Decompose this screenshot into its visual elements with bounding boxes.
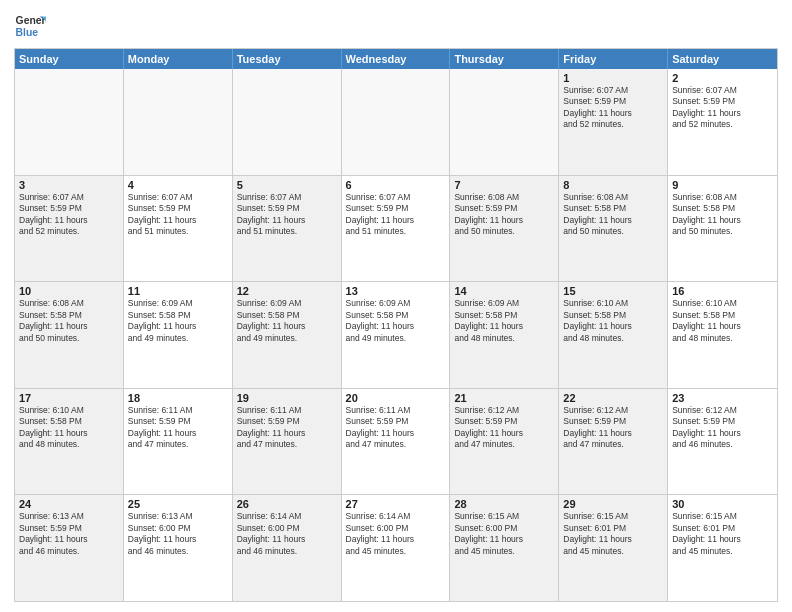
day-info: Sunrise: 6:07 AM Sunset: 5:59 PM Dayligh…: [563, 85, 663, 131]
weekday-header: Saturday: [668, 49, 777, 69]
day-number: 3: [19, 179, 119, 191]
day-info: Sunrise: 6:08 AM Sunset: 5:59 PM Dayligh…: [454, 192, 554, 238]
day-cell: 12Sunrise: 6:09 AM Sunset: 5:58 PM Dayli…: [233, 282, 342, 388]
empty-cell: [342, 69, 451, 175]
day-cell: 5Sunrise: 6:07 AM Sunset: 5:59 PM Daylig…: [233, 176, 342, 282]
day-number: 28: [454, 498, 554, 510]
day-info: Sunrise: 6:07 AM Sunset: 5:59 PM Dayligh…: [128, 192, 228, 238]
day-info: Sunrise: 6:09 AM Sunset: 5:58 PM Dayligh…: [454, 298, 554, 344]
day-info: Sunrise: 6:11 AM Sunset: 5:59 PM Dayligh…: [237, 405, 337, 451]
day-number: 4: [128, 179, 228, 191]
day-info: Sunrise: 6:09 AM Sunset: 5:58 PM Dayligh…: [237, 298, 337, 344]
day-number: 2: [672, 72, 773, 84]
day-number: 19: [237, 392, 337, 404]
day-cell: 24Sunrise: 6:13 AM Sunset: 5:59 PM Dayli…: [15, 495, 124, 601]
day-number: 21: [454, 392, 554, 404]
day-cell: 21Sunrise: 6:12 AM Sunset: 5:59 PM Dayli…: [450, 389, 559, 495]
svg-text:Blue: Blue: [16, 27, 39, 38]
day-number: 6: [346, 179, 446, 191]
day-number: 7: [454, 179, 554, 191]
day-info: Sunrise: 6:12 AM Sunset: 5:59 PM Dayligh…: [563, 405, 663, 451]
day-number: 16: [672, 285, 773, 297]
empty-cell: [450, 69, 559, 175]
day-number: 23: [672, 392, 773, 404]
empty-cell: [124, 69, 233, 175]
day-cell: 14Sunrise: 6:09 AM Sunset: 5:58 PM Dayli…: [450, 282, 559, 388]
day-info: Sunrise: 6:08 AM Sunset: 5:58 PM Dayligh…: [19, 298, 119, 344]
weekday-header: Sunday: [15, 49, 124, 69]
day-number: 18: [128, 392, 228, 404]
day-info: Sunrise: 6:07 AM Sunset: 5:59 PM Dayligh…: [672, 85, 773, 131]
day-info: Sunrise: 6:08 AM Sunset: 5:58 PM Dayligh…: [563, 192, 663, 238]
day-info: Sunrise: 6:13 AM Sunset: 6:00 PM Dayligh…: [128, 511, 228, 557]
calendar-row: 1Sunrise: 6:07 AM Sunset: 5:59 PM Daylig…: [15, 69, 777, 175]
day-cell: 13Sunrise: 6:09 AM Sunset: 5:58 PM Dayli…: [342, 282, 451, 388]
day-info: Sunrise: 6:12 AM Sunset: 5:59 PM Dayligh…: [454, 405, 554, 451]
calendar-header: SundayMondayTuesdayWednesdayThursdayFrid…: [15, 49, 777, 69]
day-cell: 19Sunrise: 6:11 AM Sunset: 5:59 PM Dayli…: [233, 389, 342, 495]
day-cell: 9Sunrise: 6:08 AM Sunset: 5:58 PM Daylig…: [668, 176, 777, 282]
day-cell: 10Sunrise: 6:08 AM Sunset: 5:58 PM Dayli…: [15, 282, 124, 388]
day-cell: 17Sunrise: 6:10 AM Sunset: 5:58 PM Dayli…: [15, 389, 124, 495]
empty-cell: [15, 69, 124, 175]
day-info: Sunrise: 6:11 AM Sunset: 5:59 PM Dayligh…: [346, 405, 446, 451]
day-number: 20: [346, 392, 446, 404]
day-info: Sunrise: 6:15 AM Sunset: 6:01 PM Dayligh…: [672, 511, 773, 557]
day-number: 27: [346, 498, 446, 510]
page-header: General Blue: [14, 10, 778, 42]
day-cell: 25Sunrise: 6:13 AM Sunset: 6:00 PM Dayli…: [124, 495, 233, 601]
weekday-header: Tuesday: [233, 49, 342, 69]
weekday-header: Thursday: [450, 49, 559, 69]
day-cell: 27Sunrise: 6:14 AM Sunset: 6:00 PM Dayli…: [342, 495, 451, 601]
day-info: Sunrise: 6:08 AM Sunset: 5:58 PM Dayligh…: [672, 192, 773, 238]
day-info: Sunrise: 6:10 AM Sunset: 5:58 PM Dayligh…: [19, 405, 119, 451]
day-number: 9: [672, 179, 773, 191]
day-cell: 28Sunrise: 6:15 AM Sunset: 6:00 PM Dayli…: [450, 495, 559, 601]
day-info: Sunrise: 6:15 AM Sunset: 6:01 PM Dayligh…: [563, 511, 663, 557]
calendar-row: 24Sunrise: 6:13 AM Sunset: 5:59 PM Dayli…: [15, 494, 777, 601]
day-info: Sunrise: 6:07 AM Sunset: 5:59 PM Dayligh…: [237, 192, 337, 238]
day-cell: 2Sunrise: 6:07 AM Sunset: 5:59 PM Daylig…: [668, 69, 777, 175]
day-cell: 22Sunrise: 6:12 AM Sunset: 5:59 PM Dayli…: [559, 389, 668, 495]
day-number: 30: [672, 498, 773, 510]
day-number: 29: [563, 498, 663, 510]
day-number: 10: [19, 285, 119, 297]
day-info: Sunrise: 6:11 AM Sunset: 5:59 PM Dayligh…: [128, 405, 228, 451]
day-cell: 16Sunrise: 6:10 AM Sunset: 5:58 PM Dayli…: [668, 282, 777, 388]
day-info: Sunrise: 6:14 AM Sunset: 6:00 PM Dayligh…: [346, 511, 446, 557]
day-info: Sunrise: 6:13 AM Sunset: 5:59 PM Dayligh…: [19, 511, 119, 557]
day-cell: 3Sunrise: 6:07 AM Sunset: 5:59 PM Daylig…: [15, 176, 124, 282]
day-cell: 1Sunrise: 6:07 AM Sunset: 5:59 PM Daylig…: [559, 69, 668, 175]
weekday-header: Friday: [559, 49, 668, 69]
day-info: Sunrise: 6:10 AM Sunset: 5:58 PM Dayligh…: [563, 298, 663, 344]
day-cell: 7Sunrise: 6:08 AM Sunset: 5:59 PM Daylig…: [450, 176, 559, 282]
day-info: Sunrise: 6:07 AM Sunset: 5:59 PM Dayligh…: [346, 192, 446, 238]
day-cell: 20Sunrise: 6:11 AM Sunset: 5:59 PM Dayli…: [342, 389, 451, 495]
day-info: Sunrise: 6:09 AM Sunset: 5:58 PM Dayligh…: [346, 298, 446, 344]
calendar-row: 10Sunrise: 6:08 AM Sunset: 5:58 PM Dayli…: [15, 281, 777, 388]
calendar: SundayMondayTuesdayWednesdayThursdayFrid…: [14, 48, 778, 602]
day-cell: 30Sunrise: 6:15 AM Sunset: 6:01 PM Dayli…: [668, 495, 777, 601]
day-number: 13: [346, 285, 446, 297]
day-cell: 6Sunrise: 6:07 AM Sunset: 5:59 PM Daylig…: [342, 176, 451, 282]
day-number: 26: [237, 498, 337, 510]
empty-cell: [233, 69, 342, 175]
calendar-row: 17Sunrise: 6:10 AM Sunset: 5:58 PM Dayli…: [15, 388, 777, 495]
weekday-header: Wednesday: [342, 49, 451, 69]
logo: General Blue: [14, 10, 46, 42]
day-cell: 8Sunrise: 6:08 AM Sunset: 5:58 PM Daylig…: [559, 176, 668, 282]
day-cell: 15Sunrise: 6:10 AM Sunset: 5:58 PM Dayli…: [559, 282, 668, 388]
day-number: 11: [128, 285, 228, 297]
day-cell: 26Sunrise: 6:14 AM Sunset: 6:00 PM Dayli…: [233, 495, 342, 601]
day-info: Sunrise: 6:14 AM Sunset: 6:00 PM Dayligh…: [237, 511, 337, 557]
day-number: 8: [563, 179, 663, 191]
day-info: Sunrise: 6:10 AM Sunset: 5:58 PM Dayligh…: [672, 298, 773, 344]
day-number: 15: [563, 285, 663, 297]
day-number: 24: [19, 498, 119, 510]
day-info: Sunrise: 6:15 AM Sunset: 6:00 PM Dayligh…: [454, 511, 554, 557]
weekday-header: Monday: [124, 49, 233, 69]
day-number: 1: [563, 72, 663, 84]
day-cell: 23Sunrise: 6:12 AM Sunset: 5:59 PM Dayli…: [668, 389, 777, 495]
day-number: 5: [237, 179, 337, 191]
day-number: 22: [563, 392, 663, 404]
